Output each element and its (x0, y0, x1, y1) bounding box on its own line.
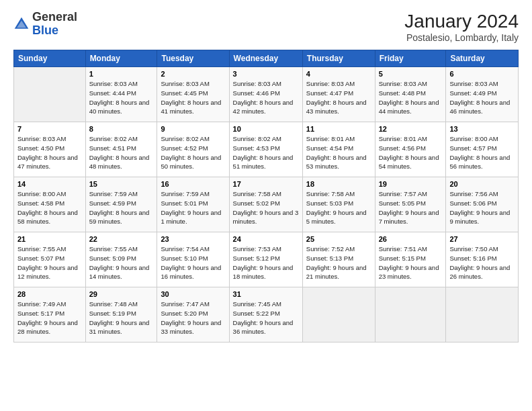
day-number: 3 (233, 70, 299, 78)
day-cell (302, 287, 375, 342)
day-cell: 24Sunrise: 7:53 AMSunset: 5:12 PMDayligh… (229, 232, 302, 287)
page: General Blue January 2024 Postalesio, Lo… (0, 0, 532, 411)
logo-general: General (32, 10, 77, 24)
day-cell: 2Sunrise: 8:03 AMSunset: 4:45 PMDaylight… (157, 67, 229, 122)
week-row-4: 28Sunrise: 7:49 AMSunset: 5:17 PMDayligh… (14, 287, 519, 342)
day-info: Sunrise: 7:45 AMSunset: 5:22 PMDaylight:… (233, 300, 299, 336)
day-info: Sunrise: 7:51 AMSunset: 5:15 PMDaylight:… (379, 244, 443, 281)
day-cell: 27Sunrise: 7:50 AMSunset: 5:16 PMDayligh… (446, 232, 519, 287)
calendar-header: Sunday Monday Tuesday Wednesday Thursday… (14, 50, 519, 67)
day-info: Sunrise: 7:59 AMSunset: 5:01 PMDaylight:… (161, 189, 225, 226)
day-info: Sunrise: 7:53 AMSunset: 5:12 PMDaylight:… (233, 244, 299, 281)
day-info: Sunrise: 7:58 AMSunset: 5:02 PMDaylight:… (233, 189, 299, 226)
day-number: 6 (449, 70, 515, 78)
calendar-body: 1Sunrise: 8:03 AMSunset: 4:44 PMDaylight… (14, 67, 519, 342)
day-cell: 20Sunrise: 7:56 AMSunset: 5:06 PMDayligh… (446, 177, 519, 232)
day-number: 22 (89, 235, 154, 243)
day-info: Sunrise: 8:01 AMSunset: 4:56 PMDaylight:… (379, 134, 443, 171)
day-cell: 17Sunrise: 7:58 AMSunset: 5:02 PMDayligh… (229, 177, 302, 232)
week-row-2: 14Sunrise: 8:00 AMSunset: 4:58 PMDayligh… (14, 177, 519, 232)
day-info: Sunrise: 7:57 AMSunset: 5:05 PMDaylight:… (379, 189, 443, 226)
day-cell: 16Sunrise: 7:59 AMSunset: 5:01 PMDayligh… (157, 177, 229, 232)
col-wednesday: Wednesday (229, 50, 302, 67)
day-cell: 11Sunrise: 8:01 AMSunset: 4:54 PMDayligh… (302, 122, 375, 177)
col-friday: Friday (375, 50, 446, 67)
day-cell: 12Sunrise: 8:01 AMSunset: 4:56 PMDayligh… (375, 122, 446, 177)
day-number: 29 (89, 290, 154, 298)
day-cell: 29Sunrise: 7:48 AMSunset: 5:19 PMDayligh… (85, 287, 157, 342)
location: Postalesio, Lombardy, Italy (404, 32, 519, 43)
day-info: Sunrise: 7:49 AMSunset: 5:17 PMDaylight:… (17, 300, 82, 336)
day-number: 13 (449, 125, 515, 133)
day-info: Sunrise: 7:59 AMSunset: 4:59 PMDaylight:… (89, 189, 154, 226)
day-cell: 3Sunrise: 8:03 AMSunset: 4:46 PMDaylight… (229, 67, 302, 122)
day-info: Sunrise: 8:03 AMSunset: 4:47 PMDaylight:… (306, 79, 371, 116)
week-row-1: 7Sunrise: 8:03 AMSunset: 4:50 PMDaylight… (14, 122, 519, 177)
calendar-table: Sunday Monday Tuesday Wednesday Thursday… (13, 50, 519, 342)
day-info: Sunrise: 8:02 AMSunset: 4:53 PMDaylight:… (233, 134, 299, 171)
day-number: 4 (306, 70, 371, 78)
day-number: 19 (379, 180, 443, 188)
day-cell: 4Sunrise: 8:03 AMSunset: 4:47 PMDaylight… (302, 67, 375, 122)
day-info: Sunrise: 7:52 AMSunset: 5:13 PMDaylight:… (306, 244, 371, 281)
day-cell: 1Sunrise: 8:03 AMSunset: 4:44 PMDaylight… (85, 67, 157, 122)
day-cell: 21Sunrise: 7:55 AMSunset: 5:07 PMDayligh… (14, 232, 86, 287)
day-cell: 9Sunrise: 8:02 AMSunset: 4:52 PMDaylight… (157, 122, 229, 177)
day-cell: 8Sunrise: 8:02 AMSunset: 4:51 PMDaylight… (85, 122, 157, 177)
day-cell: 19Sunrise: 7:57 AMSunset: 5:05 PMDayligh… (375, 177, 446, 232)
day-number: 10 (233, 125, 299, 133)
month-year: January 2024 (404, 11, 519, 32)
day-number: 2 (161, 70, 225, 78)
day-info: Sunrise: 7:47 AMSunset: 5:20 PMDaylight:… (161, 300, 225, 336)
day-info: Sunrise: 8:02 AMSunset: 4:51 PMDaylight:… (89, 134, 154, 171)
day-number: 25 (306, 235, 371, 243)
day-info: Sunrise: 8:01 AMSunset: 4:54 PMDaylight:… (306, 134, 371, 171)
day-info: Sunrise: 7:54 AMSunset: 5:10 PMDaylight:… (161, 244, 225, 281)
day-cell: 18Sunrise: 7:58 AMSunset: 5:03 PMDayligh… (302, 177, 375, 232)
day-info: Sunrise: 8:03 AMSunset: 4:50 PMDaylight:… (17, 134, 82, 171)
day-number: 18 (306, 180, 371, 188)
day-number: 23 (161, 235, 225, 243)
day-info: Sunrise: 8:03 AMSunset: 4:49 PMDaylight:… (449, 79, 515, 116)
day-number: 1 (89, 70, 154, 78)
day-cell: 6Sunrise: 8:03 AMSunset: 4:49 PMDaylight… (446, 67, 519, 122)
title-block: January 2024 Postalesio, Lombardy, Italy (404, 11, 519, 43)
col-thursday: Thursday (302, 50, 375, 67)
day-number: 15 (89, 180, 154, 188)
day-number: 30 (161, 290, 225, 298)
day-info: Sunrise: 7:55 AMSunset: 5:09 PMDaylight:… (89, 244, 154, 281)
day-number: 27 (449, 235, 515, 243)
week-row-3: 21Sunrise: 7:55 AMSunset: 5:07 PMDayligh… (14, 232, 519, 287)
day-cell: 23Sunrise: 7:54 AMSunset: 5:10 PMDayligh… (157, 232, 229, 287)
day-number: 9 (161, 125, 225, 133)
day-info: Sunrise: 7:50 AMSunset: 5:16 PMDaylight:… (449, 244, 515, 281)
day-number: 31 (233, 290, 299, 298)
logo-text: General Blue (32, 11, 77, 38)
day-cell (375, 287, 446, 342)
day-number: 21 (17, 235, 82, 243)
header-row: Sunday Monday Tuesday Wednesday Thursday… (14, 50, 519, 67)
day-info: Sunrise: 7:56 AMSunset: 5:06 PMDaylight:… (449, 189, 515, 226)
day-info: Sunrise: 8:03 AMSunset: 4:46 PMDaylight:… (233, 79, 299, 116)
day-info: Sunrise: 8:03 AMSunset: 4:45 PMDaylight:… (161, 79, 225, 116)
day-number: 26 (379, 235, 443, 243)
col-saturday: Saturday (446, 50, 519, 67)
day-info: Sunrise: 7:58 AMSunset: 5:03 PMDaylight:… (306, 189, 371, 226)
day-number: 14 (17, 180, 82, 188)
logo: General Blue (13, 11, 77, 38)
day-info: Sunrise: 8:00 AMSunset: 4:58 PMDaylight:… (17, 189, 82, 226)
day-cell: 14Sunrise: 8:00 AMSunset: 4:58 PMDayligh… (14, 177, 86, 232)
day-number: 5 (379, 70, 443, 78)
day-number: 24 (233, 235, 299, 243)
logo-icon (13, 16, 30, 32)
day-info: Sunrise: 8:00 AMSunset: 4:57 PMDaylight:… (449, 134, 515, 171)
day-number: 16 (161, 180, 225, 188)
day-cell: 5Sunrise: 8:03 AMSunset: 4:48 PMDaylight… (375, 67, 446, 122)
day-info: Sunrise: 7:55 AMSunset: 5:07 PMDaylight:… (17, 244, 82, 281)
day-number: 7 (17, 125, 82, 133)
day-info: Sunrise: 8:03 AMSunset: 4:44 PMDaylight:… (89, 79, 154, 116)
day-info: Sunrise: 8:02 AMSunset: 4:52 PMDaylight:… (161, 134, 225, 171)
day-number: 20 (449, 180, 515, 188)
day-number: 12 (379, 125, 443, 133)
day-cell: 26Sunrise: 7:51 AMSunset: 5:15 PMDayligh… (375, 232, 446, 287)
